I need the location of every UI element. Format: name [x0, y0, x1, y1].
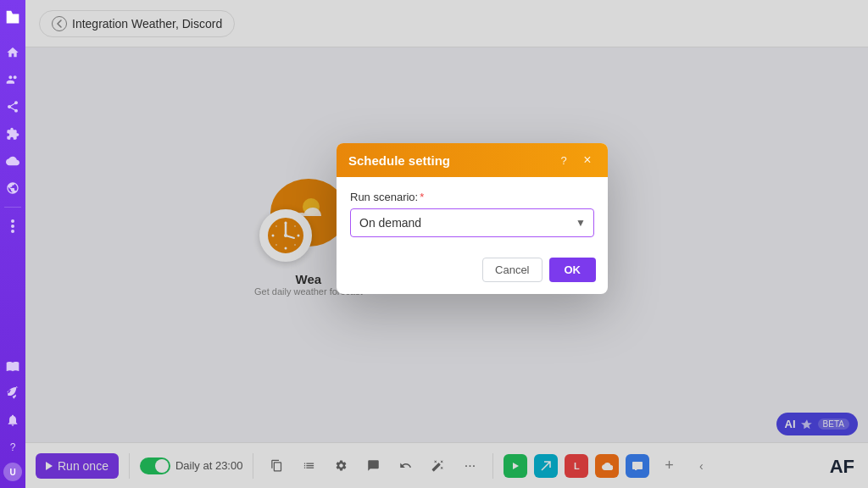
- modal-close-button[interactable]: ×: [579, 152, 596, 169]
- ok-button[interactable]: OK: [549, 258, 597, 282]
- sidebar-item-more[interactable]: [1, 214, 25, 238]
- modal-footer: Cancel OK: [337, 251, 608, 294]
- cancel-button[interactable]: Cancel: [482, 258, 542, 282]
- sidebar-item-help[interactable]: ?: [1, 435, 25, 459]
- sidebar-item-cloud[interactable]: [1, 149, 25, 173]
- run-scenario-select[interactable]: On demand Every day Every hour Every wee…: [350, 208, 594, 237]
- sidebar-item-users[interactable]: [1, 68, 25, 92]
- sidebar-divider: [4, 207, 21, 208]
- sidebar-item-puzzle[interactable]: [1, 122, 25, 146]
- modal-header-actions: ? ×: [555, 152, 596, 169]
- modal-title: Schedule setting: [348, 153, 450, 168]
- schedule-modal: Schedule setting ? × Run scenario:* On d…: [337, 143, 608, 294]
- sidebar-item-share[interactable]: [1, 95, 25, 119]
- app-logo: [1, 7, 25, 30]
- modal-header: Schedule setting ? ×: [337, 143, 608, 177]
- modal-help-button[interactable]: ?: [555, 152, 572, 169]
- sidebar-item-rocket[interactable]: [1, 381, 25, 405]
- sidebar-item-bell[interactable]: [1, 408, 25, 432]
- sidebar-item-avatar[interactable]: U: [3, 463, 22, 481]
- modal-overlay: Schedule setting ? × Run scenario:* On d…: [25, 0, 868, 488]
- svg-point-2: [11, 230, 14, 233]
- sidebar-item-book[interactable]: [1, 354, 25, 378]
- modal-body: Run scenario:* On demand Every day Every…: [337, 177, 608, 251]
- svg-point-0: [11, 219, 14, 223]
- sidebar-item-home[interactable]: [1, 41, 25, 64]
- form-label: Run scenario:*: [350, 191, 594, 203]
- svg-point-1: [11, 225, 14, 228]
- run-scenario-select-wrapper: On demand Every day Every hour Every wee…: [350, 208, 594, 237]
- sidebar: ? U: [0, 0, 25, 488]
- sidebar-item-globe[interactable]: [1, 176, 25, 200]
